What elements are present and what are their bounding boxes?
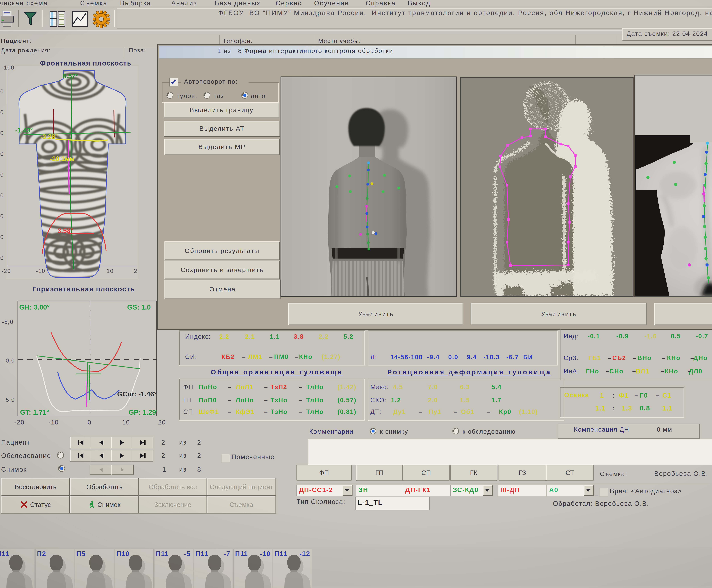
- svg-text:GS: 1.0: GS: 1.0: [127, 303, 151, 311]
- svg-text:GT: 1.71°: GT: 1.71°: [20, 408, 49, 416]
- svg-text:GP: 1.29°: GP: 1.29°: [129, 408, 157, 416]
- svg-text:-1.43°: -1.43°: [15, 126, 33, 134]
- svg-text:0.57°: 0.57°: [63, 72, 78, 80]
- svg-text:-3.28°: -3.28°: [40, 133, 58, 140]
- svg-text:GCor: -1.46°: GCor: -1.46°: [117, 390, 157, 398]
- svg-text:-10.1мм: -10.1мм: [50, 155, 74, 162]
- svg-text:GH: 3.00°: GH: 3.00°: [19, 303, 50, 311]
- svg-text:3.58°: 3.58°: [58, 227, 73, 234]
